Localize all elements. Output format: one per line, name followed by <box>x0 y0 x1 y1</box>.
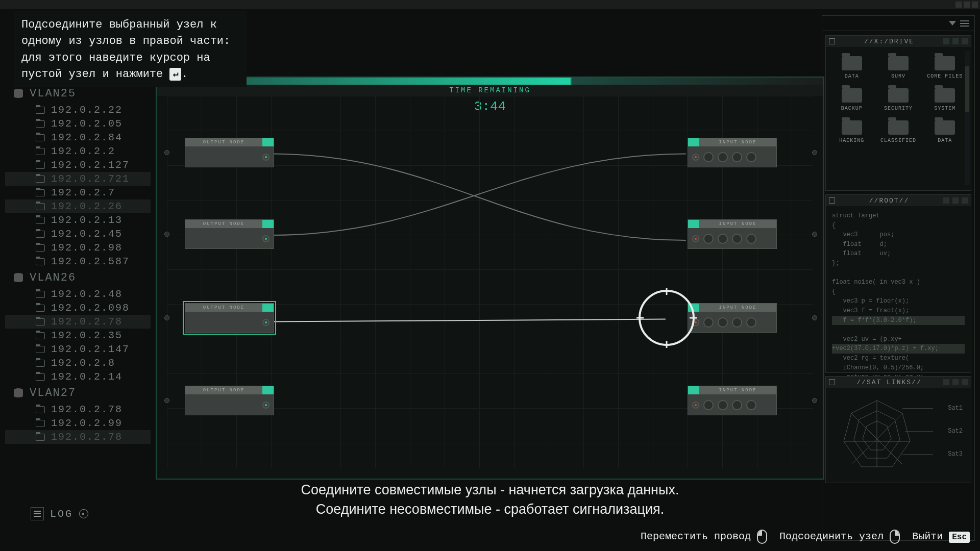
socket-icon[interactable] <box>703 400 714 410</box>
drive-folder[interactable]: BACKUP <box>830 85 873 114</box>
output-node-2[interactable]: OUTPUT NODE <box>185 219 274 249</box>
ip-row[interactable]: 192.0.2.98 <box>5 241 151 255</box>
panel-btn-icon[interactable] <box>952 38 959 44</box>
vlan-header[interactable]: VLAN27 <box>5 384 151 403</box>
subtitle-line-1: Соедините совместимые узлы - начнется за… <box>0 481 980 500</box>
sat-label: Sat2 <box>948 428 963 435</box>
ip-row[interactable]: 192.0.2.8 <box>5 356 151 370</box>
drive-folder[interactable]: DATA <box>923 117 967 146</box>
panel-box-icon[interactable] <box>829 38 835 44</box>
port-handle[interactable] <box>812 150 817 155</box>
ip-row[interactable]: 192.0.2.14 <box>5 370 151 384</box>
panel-btn-icon[interactable] <box>943 197 949 204</box>
port-handle[interactable] <box>164 398 169 403</box>
socket-icon[interactable] <box>262 235 270 242</box>
ip-row[interactable]: 192.0.2.99 <box>5 416 151 430</box>
sat-panel: //SAT LINKS// Sat1 Sat2 Sat3 <box>825 376 971 483</box>
node-canvas[interactable]: TIME REMAINING 3:44 OUTPUT NODE OUTPUT N… <box>156 77 824 480</box>
output-node-4[interactable]: OUTPUT NODE <box>185 386 274 415</box>
ip-row[interactable]: 192.0.2.78 <box>5 430 151 444</box>
socket-icon[interactable] <box>703 152 714 162</box>
ip-row[interactable]: 192.0.2.35 <box>5 329 151 342</box>
menu-icon[interactable] <box>960 23 969 24</box>
socket-icon[interactable] <box>718 152 728 162</box>
socket-icon[interactable] <box>746 317 756 328</box>
port-handle[interactable] <box>812 232 817 237</box>
ip-row[interactable]: 192.0.2.78 <box>5 403 151 416</box>
panel-btn-icon[interactable] <box>962 38 968 44</box>
socket-icon[interactable] <box>746 234 756 244</box>
window-max-icon[interactable] <box>964 2 970 8</box>
ip-row[interactable]: 192.0.2.13 <box>5 213 151 227</box>
ip-row[interactable]: 192.0.2.147 <box>5 342 151 356</box>
socket-icon[interactable] <box>262 154 270 161</box>
socket-icon[interactable] <box>732 234 742 244</box>
output-node-3-selected[interactable]: OUTPUT NODE <box>185 303 274 333</box>
output-node-1[interactable]: OUTPUT NODE <box>185 138 274 167</box>
window-close-icon[interactable] <box>972 2 978 8</box>
socket-icon[interactable] <box>703 317 714 328</box>
panel-box-icon[interactable] <box>829 379 835 385</box>
port-handle[interactable] <box>164 232 169 237</box>
drive-folder[interactable]: SURV <box>876 53 920 82</box>
ip-row[interactable]: 192.0.2.721 <box>5 172 151 186</box>
drive-folder[interactable]: CLASSIFIED <box>876 117 920 146</box>
drive-folder[interactable]: HACKING <box>830 117 873 146</box>
socket-icon[interactable] <box>262 319 270 326</box>
ip-row[interactable]: 192.0.2.05 <box>5 117 151 131</box>
drive-folder[interactable]: DATA <box>830 53 873 82</box>
socket-icon[interactable] <box>732 152 742 162</box>
socket-icon[interactable] <box>718 234 728 244</box>
ip-row[interactable]: 192.0.2.78 <box>5 315 151 329</box>
input-node-3[interactable]: INPUT NODE <box>688 303 777 333</box>
socket-icon[interactable] <box>746 152 756 162</box>
socket-icon[interactable] <box>718 400 728 410</box>
ip-row[interactable]: 192.0.2.098 <box>5 301 151 315</box>
panel-btn-icon[interactable] <box>962 197 968 204</box>
ip-row[interactable]: 192.0.2.2 <box>5 144 151 158</box>
panel-btn-icon[interactable] <box>952 379 959 385</box>
socket-icon[interactable] <box>732 400 742 410</box>
ip-row[interactable]: 192.0.2.45 <box>5 227 151 241</box>
scrollbar[interactable] <box>965 51 970 185</box>
folder-icon <box>36 346 45 353</box>
port-handle[interactable] <box>164 315 169 320</box>
ip-row[interactable]: 192.0.2.48 <box>5 287 151 301</box>
panel-btn-icon[interactable] <box>952 197 959 204</box>
ip-row[interactable]: 192.0.2.127 <box>5 158 151 172</box>
socket-icon[interactable] <box>746 400 756 410</box>
port-handle[interactable] <box>812 315 817 320</box>
socket-icon[interactable] <box>703 234 714 244</box>
panel-btn-icon[interactable] <box>943 379 949 385</box>
window-min-icon[interactable] <box>955 2 962 8</box>
input-node-4[interactable]: INPUT NODE <box>688 386 777 415</box>
socket-icon[interactable] <box>262 402 270 409</box>
panel-btn-icon[interactable] <box>962 379 968 385</box>
port-handle[interactable] <box>164 150 169 155</box>
panel-box-icon[interactable] <box>829 197 835 204</box>
socket-icon[interactable] <box>732 317 742 328</box>
input-node-2[interactable]: INPUT NODE <box>688 219 777 249</box>
vlan-header[interactable]: VLAN26 <box>5 268 151 287</box>
drive-folder[interactable]: SECURITY <box>876 85 920 114</box>
ip-row[interactable]: 192.0.2.22 <box>5 103 151 117</box>
sat-label: Sat1 <box>948 405 963 412</box>
folder-icon <box>36 434 45 441</box>
ip-row[interactable]: 192.0.2.26 <box>5 199 151 213</box>
panel-btn-icon[interactable] <box>943 38 949 44</box>
socket-icon[interactable] <box>718 317 728 328</box>
ip-row[interactable]: 192.0.2.587 <box>5 255 151 268</box>
input-node-1[interactable]: INPUT NODE <box>688 138 777 167</box>
folder-icon <box>842 88 862 103</box>
socket-icon[interactable] <box>692 154 699 161</box>
socket-icon[interactable] <box>692 402 699 409</box>
folder-icon <box>36 176 45 183</box>
ip-row[interactable]: 192.0.2.7 <box>5 186 151 199</box>
drive-folder[interactable]: CORE FILES <box>923 53 967 82</box>
ip-row[interactable]: 192.0.2.84 <box>5 131 151 144</box>
drive-folder[interactable]: SYSTEM <box>923 85 967 114</box>
dropdown-icon[interactable] <box>949 21 956 26</box>
socket-icon[interactable] <box>692 319 699 326</box>
socket-icon[interactable] <box>692 235 699 242</box>
port-handle[interactable] <box>812 398 817 403</box>
